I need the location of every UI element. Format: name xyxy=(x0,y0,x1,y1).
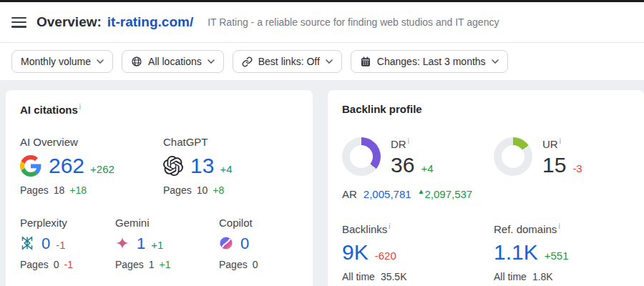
copilot-icon xyxy=(219,236,233,250)
info-icon[interactable]: i xyxy=(560,137,561,145)
backlinks-value[interactable]: 9K xyxy=(342,241,369,264)
dashboard-content: AI citationsi AI Overview 262+262 Pages1… xyxy=(0,80,644,286)
monthly-volume-label: Monthly volume xyxy=(21,56,91,67)
all-locations-dropdown[interactable]: All locations xyxy=(122,50,224,73)
perplexity-icon xyxy=(20,236,34,250)
dr-block: DRi 36+4 AR 2,005,781 ▲2,097,537 xyxy=(342,137,494,200)
pages-label: Pages xyxy=(20,184,49,196)
chevron-down-icon xyxy=(97,59,104,64)
backlink-counts-row: Backlinksi 9K-620 All time35.5K Ref. dom… xyxy=(342,222,630,282)
ur-delta: -3 xyxy=(572,162,582,174)
ref-domains-value[interactable]: 1.1K xyxy=(494,241,538,264)
chatgpt-icon xyxy=(163,156,183,176)
pages-delta: +1 xyxy=(160,259,171,270)
metric-copilot: Copilot 0 Pages0 xyxy=(219,217,298,270)
ref-domains-delta: +551 xyxy=(545,250,569,262)
ref-domains-block: Ref. domainsi 1.1K+551 All time1.8K xyxy=(494,222,630,282)
pages-label: Pages xyxy=(219,259,248,270)
info-icon[interactable]: i xyxy=(408,137,409,145)
ar-value[interactable]: 2,005,781 xyxy=(364,188,411,200)
metric-delta: +262 xyxy=(90,163,114,175)
dr-label: DR xyxy=(391,138,406,150)
up-arrow-icon: ▲ xyxy=(418,187,425,195)
best-links-label: Best links: Off xyxy=(258,56,320,67)
ai-citations-title: AI citations xyxy=(20,104,78,116)
metric-delta: -1 xyxy=(56,239,65,251)
metric-label: Gemini xyxy=(115,217,219,229)
metric-gemini: Gemini 1+1 Pages1+1 xyxy=(115,217,219,270)
pages-label: Pages xyxy=(115,259,144,270)
pages-delta: -1 xyxy=(64,259,73,270)
backlinks-label: Backlinks xyxy=(342,223,387,235)
ur-value: 15 xyxy=(542,154,566,177)
domain-description: IT Rating - a reliable source for findin… xyxy=(208,16,499,28)
pages-delta: +8 xyxy=(213,184,224,196)
all-time-value: 1.8K xyxy=(532,271,553,282)
ar-line: AR 2,005,781 ▲2,097,537 xyxy=(342,187,494,200)
info-icon[interactable]: i xyxy=(558,222,560,230)
metric-delta: +4 xyxy=(220,163,232,175)
all-time-value: 35.5K xyxy=(381,271,407,282)
metric-delta: +1 xyxy=(151,239,163,251)
metric-chatgpt: ChatGPT 13+4 Pages10+8 xyxy=(163,136,298,196)
metric-value: 0 xyxy=(42,235,50,252)
backlinks-block: Backlinksi 9K-620 All time35.5K xyxy=(342,222,494,282)
dr-donut-chart xyxy=(342,137,381,176)
backlinks-delta: -620 xyxy=(375,250,396,262)
all-locations-label: All locations xyxy=(148,56,202,67)
pages-value: 10 xyxy=(197,184,208,196)
info-icon[interactable]: i xyxy=(389,222,390,230)
ur-block: URi 15-3 xyxy=(494,137,630,200)
filter-bar: Monthly volume All locations Best links:… xyxy=(0,43,644,80)
pages-label: Pages xyxy=(163,184,192,196)
domain-link[interactable]: it-rating.com/ xyxy=(107,14,193,30)
page-title: Overview: xyxy=(36,14,102,30)
hamburger-menu-icon[interactable] xyxy=(11,17,26,28)
chevron-down-icon xyxy=(208,59,215,64)
google-icon xyxy=(20,155,42,177)
metric-label: ChatGPT xyxy=(163,136,298,148)
ar-label: AR xyxy=(342,188,357,200)
dr-value: 36 xyxy=(391,154,414,177)
ur-label: UR xyxy=(542,138,558,150)
ar-delta: ▲2,097,537 xyxy=(418,187,473,200)
backlink-profile-title: Backlink profile xyxy=(342,103,422,115)
metric-value: 262 xyxy=(49,154,84,177)
chevron-down-icon xyxy=(492,59,499,64)
top-bar: Overview: it-rating.com/ IT Rating - a r… xyxy=(0,0,644,43)
metric-value: 0 xyxy=(240,235,249,252)
all-time-label: All time xyxy=(494,271,527,282)
monthly-volume-dropdown[interactable]: Monthly volume xyxy=(11,50,113,73)
metric-perplexity: Perplexity 0-1 Pages0-1 xyxy=(20,217,115,270)
pages-value: 1 xyxy=(149,259,155,270)
pages-value: 0 xyxy=(253,259,258,270)
link-icon xyxy=(242,56,253,67)
backlink-scores-row: DRi 36+4 AR 2,005,781 ▲2,097,537 URi 15-… xyxy=(342,137,630,200)
pages-delta: +18 xyxy=(69,184,87,196)
metric-value: 13 xyxy=(190,154,214,177)
calendar-icon xyxy=(360,56,371,67)
best-links-dropdown[interactable]: Best links: Off xyxy=(233,50,342,73)
metric-value: 1 xyxy=(137,235,145,252)
globe-icon xyxy=(131,56,142,67)
ref-domains-label: Ref. domains xyxy=(494,223,557,235)
ai-citations-row-1: AI Overview 262+262 Pages18+18 ChatGPT 1… xyxy=(20,136,298,196)
pages-value: 0 xyxy=(54,259,59,270)
dr-delta: +4 xyxy=(421,162,433,174)
changes-dropdown[interactable]: Changes: Last 3 months xyxy=(351,50,508,73)
metric-label: AI Overview xyxy=(20,136,163,148)
all-time-label: All time xyxy=(342,271,375,282)
ur-donut-chart xyxy=(494,137,532,176)
info-icon[interactable]: i xyxy=(79,103,81,111)
backlink-profile-card: Backlink profile DRi 36+4 AR 2,005,781 ▲… xyxy=(328,90,644,286)
gemini-icon xyxy=(115,236,130,250)
metric-label: Copilot xyxy=(219,217,298,229)
changes-label: Changes: Last 3 months xyxy=(377,56,486,67)
metric-label: Perplexity xyxy=(20,217,115,229)
ai-citations-row-2: Perplexity 0-1 Pages0-1 Gemini 1+1 Pages… xyxy=(20,217,298,270)
chevron-down-icon xyxy=(326,59,333,64)
ai-citations-card: AI citationsi AI Overview 262+262 Pages1… xyxy=(6,90,313,286)
pages-value: 18 xyxy=(54,184,65,196)
pages-label: Pages xyxy=(20,259,49,270)
metric-ai-overview: AI Overview 262+262 Pages18+18 xyxy=(20,136,163,196)
